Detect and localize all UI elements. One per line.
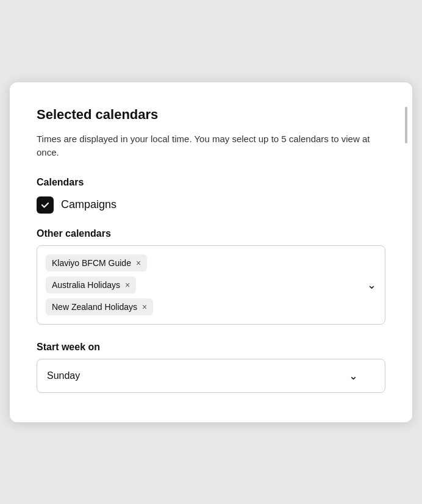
start-week-label: Start week on xyxy=(37,342,385,353)
tag-australia-holidays: Australia Holidays × xyxy=(46,276,136,293)
campaigns-label: Campaigns xyxy=(61,198,116,211)
tag-remove-australia[interactable]: × xyxy=(125,281,130,289)
tag-label: New Zealand Holidays xyxy=(52,302,137,312)
start-week-chevron-down-icon: ⌄ xyxy=(349,369,358,383)
start-week-value: Sunday xyxy=(47,370,80,381)
tag-klaviyo-bfcm: Klaviyo BFCM Guide × xyxy=(46,254,147,272)
tag-remove-klaviyo[interactable]: × xyxy=(136,259,141,267)
other-calendars-chevron-down-icon[interactable]: ⌄ xyxy=(367,278,376,292)
tag-new-zealand-holidays: New Zealand Holidays × xyxy=(46,298,153,315)
campaigns-calendar-item: Campaigns xyxy=(37,196,385,214)
panel-title: Selected calendars xyxy=(37,107,385,123)
panel-description: Times are displayed in your local time. … xyxy=(37,132,385,160)
scrollbar-track[interactable] xyxy=(405,107,407,143)
tag-label: Australia Holidays xyxy=(52,280,120,290)
tag-label: Klaviyo BFCM Guide xyxy=(52,258,131,268)
tag-remove-new-zealand[interactable]: × xyxy=(142,303,147,311)
tags-area: Klaviyo BFCM Guide × Australia Holidays … xyxy=(46,254,376,315)
selected-calendars-panel: Selected calendars Times are displayed i… xyxy=(10,82,412,422)
calendars-section-label: Calendars xyxy=(37,177,385,188)
start-week-section: Start week on Sunday ⌄ xyxy=(37,342,385,393)
other-calendars-label: Other calendars xyxy=(37,228,385,239)
check-icon xyxy=(40,200,50,210)
other-calendars-multiselect[interactable]: Klaviyo BFCM Guide × Australia Holidays … xyxy=(37,245,385,325)
campaigns-checkbox[interactable] xyxy=(37,196,54,214)
start-week-dropdown[interactable]: Sunday ⌄ xyxy=(37,359,385,393)
